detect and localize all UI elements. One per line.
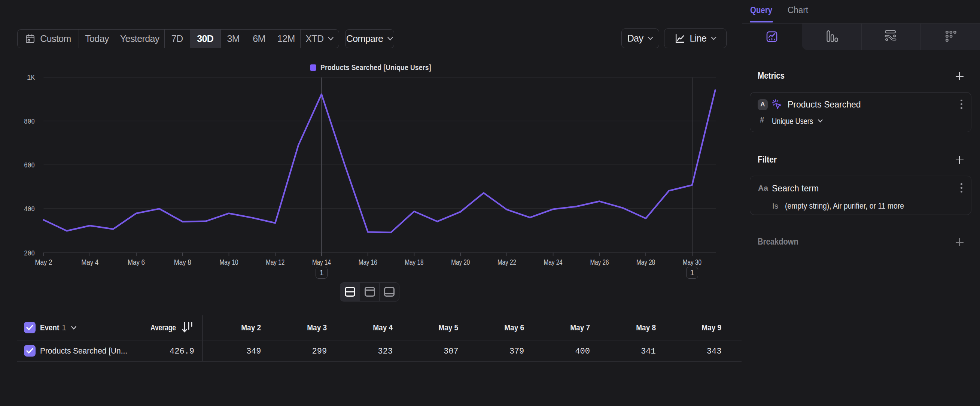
svg-text:May 6: May 6 (128, 258, 145, 266)
svg-text:400: 400 (24, 205, 35, 213)
svg-text:200: 200 (24, 249, 35, 258)
svg-text:May 14: May 14 (312, 258, 331, 266)
svg-text:May 18: May 18 (405, 258, 423, 266)
svg-text:May 4: May 4 (81, 258, 99, 266)
svg-text:May 30: May 30 (683, 258, 702, 266)
svg-text:May 12: May 12 (266, 258, 285, 266)
svg-text:May 28: May 28 (636, 258, 655, 266)
svg-text:May 20: May 20 (451, 258, 470, 266)
svg-text:May 10: May 10 (220, 258, 239, 266)
svg-text:1K: 1K (27, 73, 35, 82)
svg-text:May 8: May 8 (174, 258, 191, 266)
svg-text:800: 800 (24, 117, 35, 126)
svg-text:May 16: May 16 (359, 258, 377, 266)
svg-text:May 22: May 22 (498, 258, 516, 266)
svg-text:May 24: May 24 (544, 258, 563, 266)
svg-text:May 2: May 2 (35, 258, 52, 266)
svg-text:May 26: May 26 (590, 258, 609, 266)
svg-text:600: 600 (24, 161, 35, 170)
